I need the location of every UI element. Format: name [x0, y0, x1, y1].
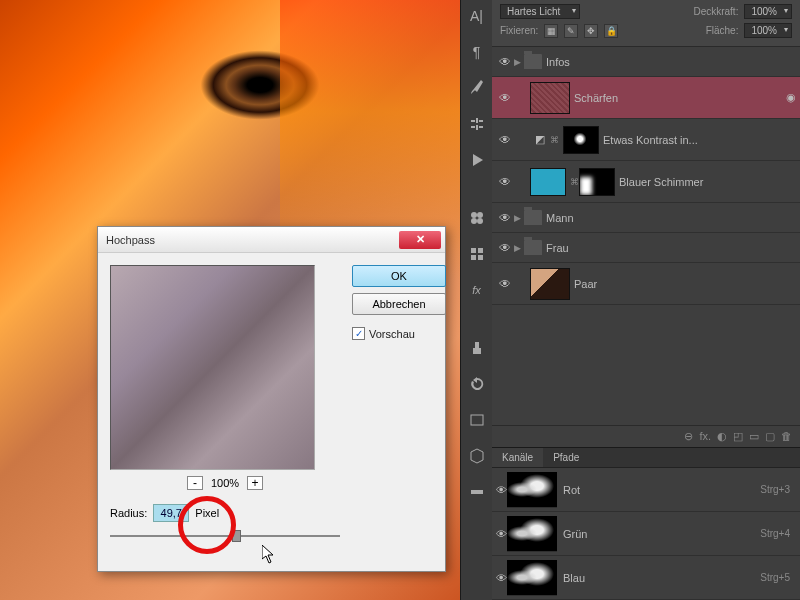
visibility-icon[interactable]: 👁 [496, 91, 514, 105]
paragraph-icon[interactable]: ¶ [465, 40, 489, 64]
radius-slider[interactable] [110, 528, 340, 544]
channel-blau[interactable]: 👁 Blau Strg+5 [492, 556, 800, 600]
adjustments-icon[interactable] [465, 112, 489, 136]
channels-tabs: Kanäle Pfade [492, 448, 800, 468]
lock-brush-icon[interactable]: ✎ [564, 24, 578, 38]
zoom-out-button[interactable]: - [187, 476, 203, 490]
3d-icon[interactable] [465, 444, 489, 468]
svg-rect-4 [471, 248, 476, 253]
filter-preview[interactable] [110, 265, 315, 470]
smart-filter-icon[interactable]: ◉ [786, 91, 796, 104]
clone-icon[interactable] [465, 336, 489, 360]
measure-icon[interactable] [465, 480, 489, 504]
zoom-in-button[interactable]: + [247, 476, 263, 490]
expand-arrow-icon[interactable]: ▶ [514, 213, 524, 223]
tab-kanaele[interactable]: Kanäle [492, 448, 543, 467]
group-button-icon[interactable]: ▭ [749, 430, 759, 443]
tab-pfade[interactable]: Pfade [543, 448, 589, 467]
layers-footer: ⊖ fx. ◐ ◰ ▭ ▢ 🗑 [492, 425, 800, 447]
layer-kontrast[interactable]: 👁 ◩ ⌘ Etwas Kontrast in... [492, 119, 800, 161]
fill-value[interactable]: 100% [744, 23, 792, 38]
channel-gruen[interactable]: 👁 Grün Strg+4 [492, 512, 800, 556]
character-icon[interactable]: A| [465, 4, 489, 28]
fx-icon[interactable]: fx [465, 278, 489, 302]
layer-folder-mann[interactable]: 👁 ▶ Mann [492, 203, 800, 233]
radius-input[interactable] [153, 504, 189, 522]
styles-icon[interactable] [465, 242, 489, 266]
folder-icon [524, 240, 542, 255]
lock-pixels-icon[interactable]: ▦ [544, 24, 558, 38]
channel-shortcut: Strg+5 [760, 572, 790, 583]
mask-button-icon[interactable]: ◐ [717, 430, 727, 443]
visibility-icon[interactable]: 👁 [496, 211, 514, 225]
layer-name: Paar [574, 278, 796, 290]
layer-name: Infos [546, 56, 796, 68]
adjustment-button-icon[interactable]: ◰ [733, 430, 743, 443]
lock-all-icon[interactable]: 🔒 [604, 24, 618, 38]
visibility-icon[interactable]: 👁 [496, 484, 507, 496]
new-layer-icon[interactable]: ▢ [765, 430, 775, 443]
zoom-value: 100% [211, 477, 239, 489]
layers-panel-container: Hartes Licht Deckkraft: 100% Fixieren: ▦… [492, 0, 800, 600]
svg-rect-10 [471, 415, 483, 425]
ok-button[interactable]: OK [352, 265, 446, 287]
preview-label: Vorschau [369, 328, 415, 340]
layer-thumbnail[interactable] [530, 82, 570, 114]
channel-thumbnail [507, 472, 557, 508]
link-layers-icon[interactable]: ⊖ [684, 430, 693, 443]
layer-blauer-schimmer[interactable]: 👁 ⌘ Blauer Schimmer [492, 161, 800, 203]
navigator-icon[interactable] [465, 408, 489, 432]
play-icon[interactable] [465, 148, 489, 172]
brush-icon[interactable] [465, 76, 489, 100]
visibility-icon[interactable]: 👁 [496, 528, 507, 540]
dialog-titlebar[interactable]: Hochpass ✕ [98, 227, 445, 253]
blend-mode-dropdown[interactable]: Hartes Licht [500, 4, 580, 19]
layer-name: Schärfen [574, 92, 786, 104]
channel-name: Blau [563, 572, 760, 584]
svg-point-3 [477, 218, 483, 224]
svg-rect-9 [473, 348, 481, 354]
visibility-icon[interactable]: 👁 [496, 277, 514, 291]
slider-handle-icon[interactable] [232, 530, 241, 542]
channels-panel: Kanäle Pfade 👁 Rot Strg+3 👁 Grün Strg+4 … [492, 447, 800, 600]
delete-layer-icon[interactable]: 🗑 [781, 430, 792, 443]
opacity-value[interactable]: 100% [744, 4, 792, 19]
svg-rect-6 [471, 255, 476, 260]
link-icon: ⌘ [570, 177, 579, 187]
lock-move-icon[interactable]: ✥ [584, 24, 598, 38]
hochpass-dialog: Hochpass ✕ - 100% + Radius: Pixel OK Abb… [97, 226, 446, 572]
radius-label: Radius: [110, 507, 147, 519]
expand-arrow-icon[interactable]: ▶ [514, 243, 524, 253]
svg-rect-7 [478, 255, 483, 260]
lock-label: Fixieren: [500, 25, 538, 36]
radius-unit: Pixel [195, 507, 219, 519]
visibility-icon[interactable]: 👁 [496, 133, 514, 147]
layer-paar[interactable]: 👁 Paar [492, 263, 800, 305]
visibility-icon[interactable]: 👁 [496, 55, 514, 69]
layer-schaerfen[interactable]: 👁 Schärfen ◉ [492, 77, 800, 119]
channel-rot[interactable]: 👁 Rot Strg+3 [492, 468, 800, 512]
layer-thumbnail[interactable] [530, 268, 570, 300]
channel-thumbnail [507, 560, 557, 596]
fill-label: Fläche: [706, 25, 739, 36]
svg-point-1 [477, 212, 483, 218]
visibility-icon[interactable]: 👁 [496, 572, 507, 584]
history-icon[interactable] [465, 372, 489, 396]
layer-folder-infos[interactable]: 👁 ▶ Infos [492, 47, 800, 77]
preview-checkbox[interactable]: ✓ [352, 327, 365, 340]
visibility-icon[interactable]: 👁 [496, 175, 514, 189]
layer-folder-frau[interactable]: 👁 ▶ Frau [492, 233, 800, 263]
folder-icon [524, 54, 542, 69]
channel-shortcut: Strg+4 [760, 528, 790, 539]
fill-thumbnail[interactable] [530, 168, 566, 196]
layer-mask-thumbnail[interactable] [579, 168, 615, 196]
visibility-icon[interactable]: 👁 [496, 241, 514, 255]
close-icon[interactable]: ✕ [399, 231, 441, 249]
expand-arrow-icon[interactable]: ▶ [514, 57, 524, 67]
layer-mask-thumbnail[interactable] [563, 126, 599, 154]
layer-name: Mann [546, 212, 796, 224]
fx-button-icon[interactable]: fx. [699, 430, 711, 443]
cancel-button[interactable]: Abbrechen [352, 293, 446, 315]
svg-rect-11 [471, 490, 483, 494]
swatches-icon[interactable] [465, 206, 489, 230]
